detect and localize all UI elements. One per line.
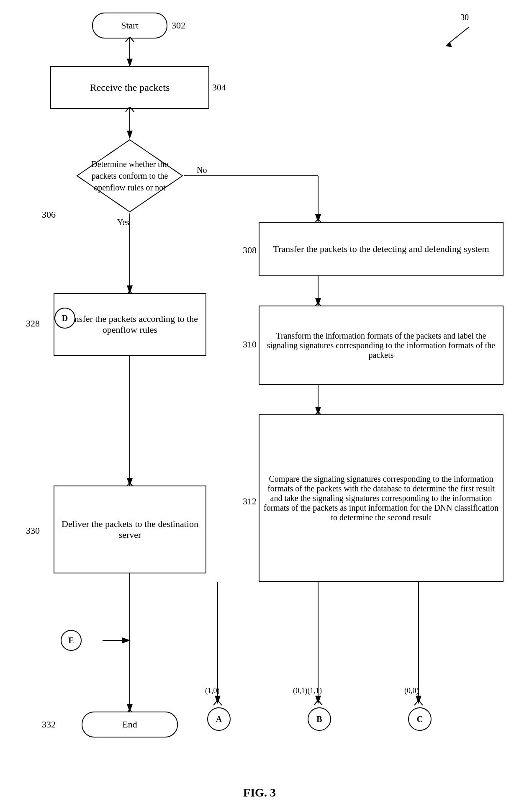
connector-A: A [207, 707, 231, 731]
end-terminal: End [82, 712, 178, 737]
receive-ref: 304 [212, 82, 226, 93]
svg-line-37 [318, 700, 322, 705]
svg-line-20 [130, 107, 134, 112]
start-arrow-tick [123, 37, 136, 49]
connector-C: C [408, 707, 432, 731]
transfer-detecting-ref: 308 [243, 245, 257, 256]
compare-ref: 312 [243, 496, 257, 507]
no-label: No [197, 165, 207, 175]
flowchart-diagram: 30 Start 302 Receive the packets 304 Det… [0, 0, 519, 812]
transfer-openflow-process: Transfer the packets according to the op… [54, 293, 206, 356]
connector-A-label-sub: (1,0) [205, 686, 220, 695]
connector-C-label-sub: (0,0) [404, 686, 419, 695]
svg-line-15 [448, 27, 469, 44]
transfer-detecting-process: Transfer the packets to the detecting an… [259, 222, 504, 276]
transform-ref: 310 [243, 339, 257, 350]
start-ref: 302 [172, 20, 185, 31]
svg-line-18 [130, 37, 134, 42]
start-terminal: Start [92, 13, 167, 39]
decision-diamond: Determine whether the packets conform to… [75, 138, 184, 213]
svg-line-36 [314, 700, 318, 705]
svg-line-17 [126, 37, 130, 42]
transfer-openflow-ref: 328 [26, 318, 40, 329]
svg-line-34 [213, 700, 218, 705]
connector-B: B [308, 707, 331, 731]
transform-process: Transform the information formats of the… [259, 306, 504, 385]
figure-number: 30 [460, 13, 469, 22]
decision-ref: 306 [42, 209, 56, 220]
svg-line-35 [218, 700, 222, 705]
figure-caption: FIG. 3 [0, 786, 519, 799]
end-ref: 332 [42, 719, 56, 730]
connector-D: D [54, 308, 75, 329]
connector-E: E [61, 630, 82, 651]
receive-packets-process: Receive the packets [50, 66, 209, 109]
svg-line-38 [414, 700, 419, 705]
svg-line-39 [419, 700, 423, 705]
deliver-ref: 330 [26, 525, 40, 536]
connector-B-label-sub: (0,1)(1,1) [293, 686, 322, 695]
svg-line-19 [126, 107, 130, 112]
arrows-svg [0, 0, 519, 812]
receive-arrow-tick [123, 107, 136, 119]
yes-label: Yes [117, 218, 129, 227]
figure-arrow-decoration [435, 23, 477, 48]
deliver-process: Deliver the packets to the destination s… [54, 486, 206, 573]
compare-process: Compare the signaling signatures corresp… [259, 414, 504, 582]
